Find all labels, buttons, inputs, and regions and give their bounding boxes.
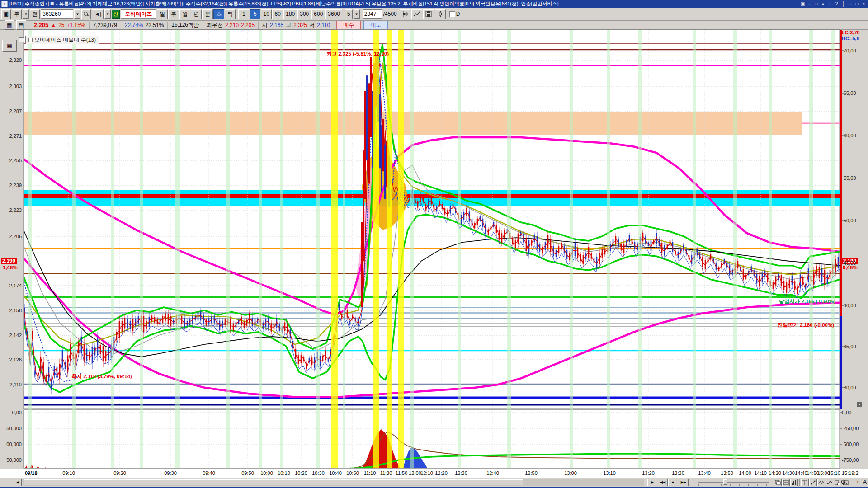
window-control-4[interactable]: T: [827, 1, 833, 6]
window-control-9[interactable]: ×: [861, 1, 867, 6]
frame-combo[interactable]: 주: [12, 9, 22, 19]
interval-button-600[interactable]: 600: [311, 9, 325, 19]
nav-button-0[interactable]: ▶: [647, 479, 657, 486]
period-button-일[interactable]: 일: [157, 9, 168, 19]
time-tick-label: 11:30: [380, 470, 392, 476]
chart-tool-buttons: [774, 479, 849, 486]
chart-toolbar: ▣ 주 ▼ 전 363260 ▼ ◄) ▼ 신 모비데이즈 일주월년분초틱 15…: [0, 8, 868, 21]
scrollbar-thumb[interactable]: [24, 479, 523, 485]
time-tick-label: 10:30: [312, 470, 325, 476]
candle-icon: [402, 11, 408, 17]
subchart-left-tick-label: 50,000: [1, 426, 22, 431]
zoom-button-Q[interactable]: Q: [840, 479, 846, 485]
mini-chart-icon[interactable]: [790, 479, 798, 486]
zoom-button-+[interactable]: +: [854, 479, 861, 485]
time-tick-label: 13:40: [698, 470, 711, 476]
interval-button-10[interactable]: 10: [261, 9, 272, 19]
d-checkbox-label: D: [456, 11, 460, 17]
window-control-8[interactable]: □: [854, 1, 860, 6]
right-axis-tick-label: 40,00: [844, 303, 856, 308]
window-control-5[interactable]: ?: [834, 1, 840, 6]
period-button-월[interactable]: 월: [179, 9, 190, 19]
zoom-button-−[interactable]: −: [847, 479, 854, 485]
price-tick-label: 2,303: [1, 84, 22, 89]
stock-code-input[interactable]: 363260: [41, 9, 73, 19]
period-button-주[interactable]: 주: [168, 9, 179, 19]
d-checkbox[interactable]: [449, 11, 455, 17]
scroll-left-button[interactable]: ◀: [14, 479, 22, 486]
time-tick-label: 09/18: [25, 470, 38, 476]
window-control-1[interactable]: ─: [807, 1, 812, 6]
tick-count-arrow[interactable]: ▼: [354, 9, 360, 19]
buy-button[interactable]: 매수: [336, 21, 361, 29]
trendline-tool-icon[interactable]: [809, 479, 817, 486]
search-button[interactable]: [81, 9, 91, 19]
price-change: 25: [58, 22, 64, 28]
interval-button-60[interactable]: 60: [272, 9, 283, 19]
candle-count-input[interactable]: 2847: [363, 9, 382, 19]
code-combo-arrow[interactable]: ▼: [74, 9, 80, 19]
quote-view-button-0[interactable]: ▦: [5, 20, 14, 30]
chart-canvas[interactable]: [0, 0, 868, 488]
line-style-button[interactable]: [411, 9, 422, 19]
window-layout-button[interactable]: ▣: [1, 9, 11, 19]
jeon-button[interactable]: 전: [30, 9, 40, 19]
current-price-pct-left: 1,46%: [3, 265, 18, 270]
nav-button-1[interactable]: ◀◀: [658, 479, 668, 486]
window-control-6[interactable]: │: [840, 1, 846, 6]
period-button-틱[interactable]: 틱: [225, 9, 236, 19]
crosshair-tool-icon[interactable]: [801, 479, 809, 486]
sound-button[interactable]: ◄): [92, 9, 104, 19]
period-button-분[interactable]: 분: [202, 9, 213, 19]
indicator-collapse-icon[interactable]: [19, 37, 24, 42]
turnover-ratio-1: 22.74%: [125, 22, 143, 28]
window-control-7[interactable]: ─: [847, 1, 853, 6]
quote-row: ▦▤ 2,205 ▲ 25 +1.15% 7,239,079 22.74% 22…: [0, 21, 868, 30]
nav-button-3[interactable]: ▶▶: [679, 479, 689, 486]
sell-button[interactable]: 매도: [363, 21, 388, 29]
candle-style-button[interactable]: [400, 9, 410, 19]
period-button-년[interactable]: 년: [191, 9, 202, 19]
subchart-right-tick-label: 0,00: [842, 410, 851, 415]
signal-tool-icon[interactable]: [826, 479, 833, 486]
current-price: 2,205: [34, 22, 49, 28]
nav-button-2[interactable]: ■: [668, 479, 678, 486]
interval-button-180[interactable]: 180: [283, 9, 297, 19]
time-tick-label: 14:10: [754, 470, 767, 476]
settings-button[interactable]: [435, 9, 446, 19]
cascade-windows-icon[interactable]: [774, 479, 782, 486]
right-axis-tick-label: 70,00: [844, 48, 856, 53]
zoom-slider-thumb[interactable]: [723, 479, 727, 485]
interval-button-3600[interactable]: 3600: [326, 9, 342, 19]
subchart-close-icon[interactable]: ×: [857, 402, 862, 407]
save-button[interactable]: [423, 9, 434, 19]
zoom-button-A[interactable]: A: [862, 479, 868, 485]
subchart-right-tick-label: -250,00: [842, 426, 859, 431]
chart-scrollbar[interactable]: [23, 479, 644, 486]
indicator-label-box[interactable]: 모비데이즈 매물대 수(13): [25, 36, 99, 44]
price-tick-label: 2,223: [1, 207, 22, 213]
frame-combo-arrow[interactable]: ▼: [23, 9, 29, 19]
interval-button-300[interactable]: 300: [297, 9, 311, 19]
wave-tool-icon[interactable]: [817, 479, 825, 486]
window-title: [0601] 주식종합차트 - 유통비율[49.3] 거래대금[16,126(백…: [9, 0, 798, 7]
tile-windows-icon[interactable]: [782, 479, 790, 486]
interval-button-1[interactable]: 1: [238, 9, 249, 19]
period-button-초[interactable]: 초: [213, 9, 224, 19]
right-axis-tick-label: 60,00: [844, 133, 856, 138]
open-price: 2,165: [270, 22, 283, 28]
candle-total: /4500: [383, 11, 397, 17]
tick-count-combo[interactable]: 5: [345, 9, 353, 19]
sound-combo-arrow[interactable]: ▼: [104, 9, 111, 19]
quote-view-button-1[interactable]: ▤: [16, 20, 26, 30]
subchart-left-tick-label: 0,00: [1, 410, 22, 415]
axis-grid-button[interactable]: ▦: [2, 40, 17, 52]
time-tick-label: 09:40: [203, 470, 215, 476]
window-control-3[interactable]: ▲: [820, 1, 826, 6]
zoom-slider[interactable]: [698, 482, 769, 483]
time-tick-label: 11:10: [364, 470, 376, 476]
interval-button-5[interactable]: 5: [250, 9, 260, 19]
window-control-2[interactable]: □: [813, 1, 819, 6]
window-control-0[interactable]: ▣: [800, 1, 806, 6]
time-tick-label: 13:20: [642, 470, 655, 476]
